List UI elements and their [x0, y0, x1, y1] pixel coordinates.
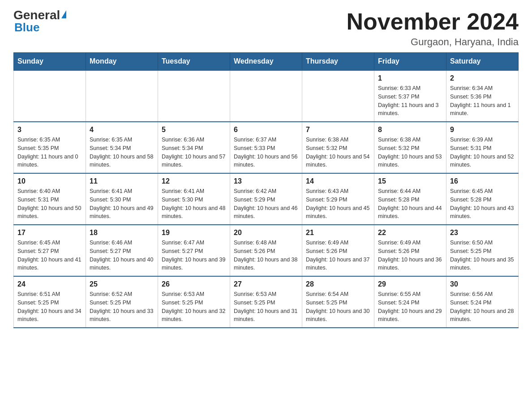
day-info: Sunrise: 6:45 AMSunset: 5:27 PMDaylight:…: [17, 239, 82, 272]
day-number: 28: [306, 280, 370, 288]
day-number: 22: [378, 229, 442, 237]
day-info: Sunrise: 6:53 AMSunset: 5:25 PMDaylight:…: [234, 290, 298, 324]
logo: General Blue: [13, 9, 66, 34]
day-info: Sunrise: 6:45 AMSunset: 5:28 PMDaylight:…: [450, 187, 515, 221]
day-number: 12: [162, 177, 226, 185]
weekday-header-wednesday: Wednesday: [230, 53, 302, 71]
day-number: 10: [17, 177, 82, 185]
day-info: Sunrise: 6:40 AMSunset: 5:31 PMDaylight:…: [17, 187, 82, 221]
day-number: 6: [234, 126, 298, 134]
calendar-cell: 11Sunrise: 6:41 AMSunset: 5:30 PMDayligh…: [86, 173, 158, 225]
day-number: 5: [162, 126, 226, 134]
month-title: November 2024: [347, 9, 519, 34]
day-number: 1: [378, 74, 442, 82]
day-number: 18: [90, 229, 154, 237]
calendar-cell: 27Sunrise: 6:53 AMSunset: 5:25 PMDayligh…: [230, 276, 302, 328]
weekday-header-saturday: Saturday: [446, 53, 519, 71]
logo-blue-text: Blue: [13, 21, 39, 34]
calendar-cell: 21Sunrise: 6:49 AMSunset: 5:26 PMDayligh…: [302, 225, 374, 276]
day-info: Sunrise: 6:49 AMSunset: 5:26 PMDaylight:…: [306, 239, 370, 272]
weekday-header-monday: Monday: [86, 53, 158, 71]
calendar-cell: 5Sunrise: 6:36 AMSunset: 5:34 PMDaylight…: [158, 122, 230, 173]
calendar-week-row: 24Sunrise: 6:51 AMSunset: 5:25 PMDayligh…: [14, 276, 519, 328]
day-number: 26: [162, 280, 226, 288]
day-info: Sunrise: 6:33 AMSunset: 5:37 PMDaylight:…: [378, 84, 442, 118]
calendar-cell: 25Sunrise: 6:52 AMSunset: 5:25 PMDayligh…: [86, 276, 158, 328]
day-number: 20: [234, 229, 298, 237]
calendar-cell: 7Sunrise: 6:38 AMSunset: 5:32 PMDaylight…: [302, 122, 374, 173]
day-number: 17: [17, 229, 82, 237]
day-number: 3: [17, 126, 82, 134]
day-info: Sunrise: 6:41 AMSunset: 5:30 PMDaylight:…: [90, 187, 154, 221]
location-text: Gurgaon, Haryana, India: [347, 36, 519, 48]
day-number: 23: [450, 229, 515, 237]
logo-general: General: [13, 9, 60, 21]
calendar-cell: 16Sunrise: 6:45 AMSunset: 5:28 PMDayligh…: [446, 173, 519, 225]
day-number: 24: [17, 280, 82, 288]
calendar-cell: 9Sunrise: 6:39 AMSunset: 5:31 PMDaylight…: [446, 122, 519, 173]
weekday-header-friday: Friday: [374, 53, 446, 71]
day-info: Sunrise: 6:54 AMSunset: 5:25 PMDaylight:…: [306, 290, 370, 324]
day-info: Sunrise: 6:53 AMSunset: 5:25 PMDaylight:…: [162, 290, 226, 324]
day-info: Sunrise: 6:38 AMSunset: 5:32 PMDaylight:…: [378, 136, 442, 169]
weekday-header-sunday: Sunday: [14, 53, 86, 71]
calendar-cell: 4Sunrise: 6:35 AMSunset: 5:34 PMDaylight…: [86, 122, 158, 173]
calendar-cell: [158, 70, 230, 122]
calendar-cell: 18Sunrise: 6:46 AMSunset: 5:27 PMDayligh…: [86, 225, 158, 276]
day-info: Sunrise: 6:43 AMSunset: 5:29 PMDaylight:…: [306, 187, 370, 221]
weekday-header-tuesday: Tuesday: [158, 53, 230, 71]
day-info: Sunrise: 6:49 AMSunset: 5:26 PMDaylight:…: [378, 239, 442, 272]
calendar-cell: 30Sunrise: 6:56 AMSunset: 5:24 PMDayligh…: [446, 276, 519, 328]
calendar-cell: 28Sunrise: 6:54 AMSunset: 5:25 PMDayligh…: [302, 276, 374, 328]
day-info: Sunrise: 6:46 AMSunset: 5:27 PMDaylight:…: [90, 239, 154, 272]
day-number: 2: [450, 74, 515, 82]
calendar-header-row: SundayMondayTuesdayWednesdayThursdayFrid…: [14, 53, 519, 71]
calendar-cell: [14, 70, 86, 122]
day-number: 9: [450, 126, 515, 134]
calendar-week-row: 1Sunrise: 6:33 AMSunset: 5:37 PMDaylight…: [14, 70, 519, 122]
day-number: 30: [450, 280, 515, 288]
day-number: 8: [378, 126, 442, 134]
day-info: Sunrise: 6:48 AMSunset: 5:26 PMDaylight:…: [234, 239, 298, 272]
day-info: Sunrise: 6:34 AMSunset: 5:36 PMDaylight:…: [450, 84, 515, 118]
day-info: Sunrise: 6:36 AMSunset: 5:34 PMDaylight:…: [162, 136, 226, 169]
calendar-cell: 20Sunrise: 6:48 AMSunset: 5:26 PMDayligh…: [230, 225, 302, 276]
calendar-week-row: 10Sunrise: 6:40 AMSunset: 5:31 PMDayligh…: [14, 173, 519, 225]
calendar-cell: 10Sunrise: 6:40 AMSunset: 5:31 PMDayligh…: [14, 173, 86, 225]
day-info: Sunrise: 6:56 AMSunset: 5:24 PMDaylight:…: [450, 290, 515, 324]
day-info: Sunrise: 6:38 AMSunset: 5:32 PMDaylight:…: [306, 136, 370, 169]
day-info: Sunrise: 6:55 AMSunset: 5:24 PMDaylight:…: [378, 290, 442, 324]
calendar-cell: 8Sunrise: 6:38 AMSunset: 5:32 PMDaylight…: [374, 122, 446, 173]
day-number: 25: [90, 280, 154, 288]
page-header: General Blue November 2024 Gurgaon, Hary…: [13, 9, 519, 48]
day-info: Sunrise: 6:39 AMSunset: 5:31 PMDaylight:…: [450, 136, 515, 169]
calendar-cell: 24Sunrise: 6:51 AMSunset: 5:25 PMDayligh…: [14, 276, 86, 328]
calendar-cell: [86, 70, 158, 122]
day-number: 16: [450, 177, 515, 185]
day-number: 11: [90, 177, 154, 185]
calendar-cell: 1Sunrise: 6:33 AMSunset: 5:37 PMDaylight…: [374, 70, 446, 122]
calendar-cell: 12Sunrise: 6:41 AMSunset: 5:30 PMDayligh…: [158, 173, 230, 225]
day-number: 14: [306, 177, 370, 185]
day-info: Sunrise: 6:52 AMSunset: 5:25 PMDaylight:…: [90, 290, 154, 324]
day-info: Sunrise: 6:47 AMSunset: 5:27 PMDaylight:…: [162, 239, 226, 272]
calendar-cell: 3Sunrise: 6:35 AMSunset: 5:35 PMDaylight…: [14, 122, 86, 173]
day-number: 15: [378, 177, 442, 185]
day-info: Sunrise: 6:35 AMSunset: 5:35 PMDaylight:…: [17, 136, 82, 169]
calendar-cell: 17Sunrise: 6:45 AMSunset: 5:27 PMDayligh…: [14, 225, 86, 276]
calendar-cell: 26Sunrise: 6:53 AMSunset: 5:25 PMDayligh…: [158, 276, 230, 328]
calendar-cell: 14Sunrise: 6:43 AMSunset: 5:29 PMDayligh…: [302, 173, 374, 225]
day-number: 4: [90, 126, 154, 134]
calendar-week-row: 17Sunrise: 6:45 AMSunset: 5:27 PMDayligh…: [14, 225, 519, 276]
day-number: 19: [162, 229, 226, 237]
calendar-cell: 15Sunrise: 6:44 AMSunset: 5:28 PMDayligh…: [374, 173, 446, 225]
calendar-cell: 2Sunrise: 6:34 AMSunset: 5:36 PMDaylight…: [446, 70, 519, 122]
calendar-cell: 6Sunrise: 6:37 AMSunset: 5:33 PMDaylight…: [230, 122, 302, 173]
day-number: 27: [234, 280, 298, 288]
day-info: Sunrise: 6:42 AMSunset: 5:29 PMDaylight:…: [234, 187, 298, 221]
day-info: Sunrise: 6:35 AMSunset: 5:34 PMDaylight:…: [90, 136, 154, 169]
day-info: Sunrise: 6:37 AMSunset: 5:33 PMDaylight:…: [234, 136, 298, 169]
day-number: 7: [306, 126, 370, 134]
calendar-cell: 13Sunrise: 6:42 AMSunset: 5:29 PMDayligh…: [230, 173, 302, 225]
calendar-cell: [230, 70, 302, 122]
